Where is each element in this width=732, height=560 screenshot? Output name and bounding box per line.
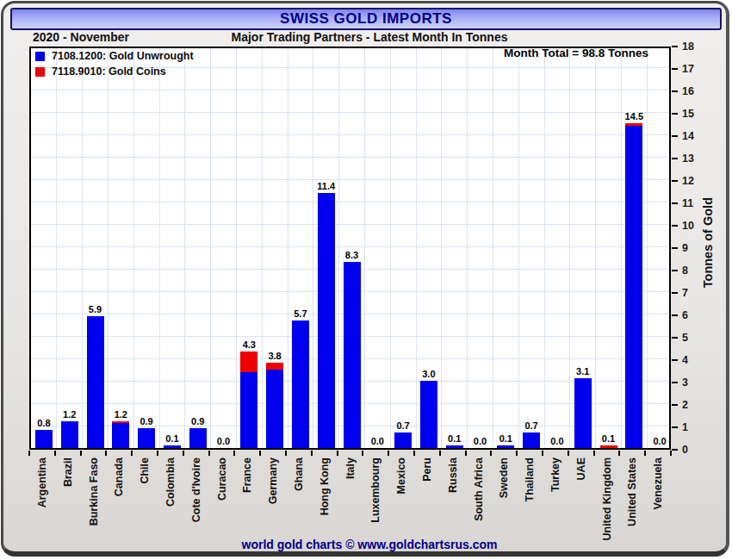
x-label-colombia: Colombia bbox=[165, 457, 177, 507]
value-label-venezuela: 0.0 bbox=[653, 436, 666, 446]
x-label-united-states: United States bbox=[627, 457, 638, 526]
legend-item-0: 7108.1200: Gold Unwrought bbox=[35, 50, 194, 62]
y-tick-label: 2 bbox=[682, 399, 688, 411]
y-tick bbox=[672, 404, 678, 406]
value-label-south-africa: 0.0 bbox=[474, 436, 487, 446]
y-tick-label: 16 bbox=[682, 85, 694, 97]
x-label-turkey: Turkey bbox=[550, 457, 561, 492]
y-tick-label: 11 bbox=[682, 197, 693, 209]
v-gridline bbox=[493, 48, 493, 448]
value-label-turkey: 0.0 bbox=[550, 436, 563, 446]
value-label-peru: 3.0 bbox=[422, 369, 435, 379]
v-gridline bbox=[56, 48, 57, 448]
y-tick bbox=[672, 202, 678, 204]
v-gridline bbox=[262, 48, 263, 448]
y-tick-label: 15 bbox=[682, 108, 694, 120]
legend-label: 7108.1200: Gold Unwrought bbox=[52, 50, 194, 62]
legend-item-1: 7118.9010: Gold Coins bbox=[35, 65, 194, 78]
x-tick bbox=[157, 451, 158, 456]
bar-segment-italy bbox=[344, 262, 361, 448]
x-tick bbox=[337, 451, 338, 456]
h-gridline bbox=[31, 179, 669, 180]
legend-swatch-icon bbox=[35, 67, 45, 77]
x-tick bbox=[362, 451, 363, 456]
v-gridline bbox=[133, 48, 134, 448]
x-label-mexico: Mexico bbox=[396, 457, 407, 494]
y-tick-label: 9 bbox=[682, 242, 688, 254]
value-label-luxembourg: 0.0 bbox=[371, 436, 384, 446]
bar-segment-germany bbox=[266, 363, 283, 370]
x-label-peru: Peru bbox=[422, 457, 433, 482]
y-tick bbox=[672, 270, 678, 271]
y-tick-label: 1 bbox=[682, 421, 688, 433]
v-gridline bbox=[184, 48, 185, 448]
x-label-argentina: Argentina bbox=[37, 457, 48, 507]
v-gridline bbox=[288, 48, 288, 448]
x-tick bbox=[593, 451, 595, 456]
bar-segment-hong-kong bbox=[318, 193, 335, 448]
value-label-brazil: 1.2 bbox=[63, 409, 76, 420]
bar-segment-mexico bbox=[394, 432, 412, 448]
page-title: SWISS GOLD IMPORTS bbox=[280, 10, 452, 28]
plot-area: 0.81.25.91.20.90.10.90.04.33.85.711.48.3… bbox=[29, 47, 671, 450]
h-gridline bbox=[31, 157, 669, 158]
value-label-hong-kong: 11.4 bbox=[317, 181, 335, 191]
v-gridline bbox=[569, 48, 570, 448]
x-tick bbox=[80, 451, 82, 456]
y-tick-label: 7 bbox=[682, 287, 688, 299]
y-tick bbox=[672, 359, 678, 361]
y-tick-label: 13 bbox=[682, 152, 694, 165]
y-tick bbox=[672, 292, 678, 294]
h-gridline bbox=[31, 90, 669, 90]
bar-segment-france bbox=[240, 352, 257, 371]
x-label-sweden: Sweden bbox=[499, 457, 510, 498]
y-tick-label: 0 bbox=[682, 444, 688, 456]
y-tick bbox=[672, 314, 678, 316]
bar-segment-argentina bbox=[35, 430, 53, 448]
x-label-cote-d-ivoire: Cote d'Ivoire bbox=[190, 457, 202, 522]
v-gridline bbox=[338, 48, 339, 448]
v-gridline bbox=[108, 48, 109, 448]
bar-segment-russia bbox=[446, 445, 463, 448]
x-tick bbox=[516, 451, 518, 456]
x-tick bbox=[439, 451, 441, 456]
x-tick bbox=[183, 451, 184, 456]
title-bar: SWISS GOLD IMPORTS bbox=[10, 8, 722, 30]
value-label-united-states: 14.5 bbox=[625, 111, 643, 121]
x-tick bbox=[388, 451, 389, 456]
y-tick-label: 10 bbox=[682, 220, 694, 232]
value-label-chile: 0.9 bbox=[140, 416, 152, 426]
x-label-italy: Italy bbox=[344, 457, 356, 479]
bar-segment-united-states bbox=[625, 126, 642, 448]
h-gridline bbox=[31, 246, 669, 247]
value-label-italy: 8.3 bbox=[345, 250, 358, 260]
y-tick bbox=[672, 337, 678, 339]
x-tick bbox=[465, 451, 467, 456]
y-tick-label: 3 bbox=[682, 376, 688, 389]
v-gridline bbox=[647, 48, 648, 448]
x-tick bbox=[568, 451, 569, 456]
x-label-canada: Canada bbox=[114, 457, 125, 496]
legend: 7108.1200: Gold Unwrought7118.9010: Gold… bbox=[35, 50, 194, 81]
value-label-ghana: 5.7 bbox=[294, 308, 307, 319]
bar-segment-france bbox=[240, 372, 257, 448]
x-tick bbox=[490, 451, 492, 456]
y-tick bbox=[672, 426, 678, 428]
window-frame: SWISS GOLD IMPORTS 2020 - November Major… bbox=[1, 1, 729, 557]
x-label-uae: UAE bbox=[575, 457, 586, 480]
x-label-brazil: Brazil bbox=[62, 457, 73, 487]
x-tick bbox=[54, 451, 56, 456]
value-label-thailand: 0.7 bbox=[524, 420, 537, 431]
x-label-hong-kong: Hong Kong bbox=[319, 457, 330, 515]
month-total-label: Month Total = 98.8 Tonnes bbox=[504, 47, 648, 59]
x-label-venezuela: Venezuela bbox=[653, 457, 664, 509]
y-tick bbox=[672, 382, 678, 383]
v-gridline bbox=[313, 48, 313, 448]
legend-label: 7118.9010: Gold Coins bbox=[52, 65, 166, 78]
bar-segment-burkina-faso bbox=[87, 316, 104, 448]
bar-segment-united-kingdom bbox=[600, 445, 617, 448]
x-label-thailand: Thailand bbox=[524, 457, 536, 501]
x-tick bbox=[670, 451, 672, 456]
v-gridline bbox=[236, 48, 237, 448]
v-gridline bbox=[390, 48, 391, 448]
